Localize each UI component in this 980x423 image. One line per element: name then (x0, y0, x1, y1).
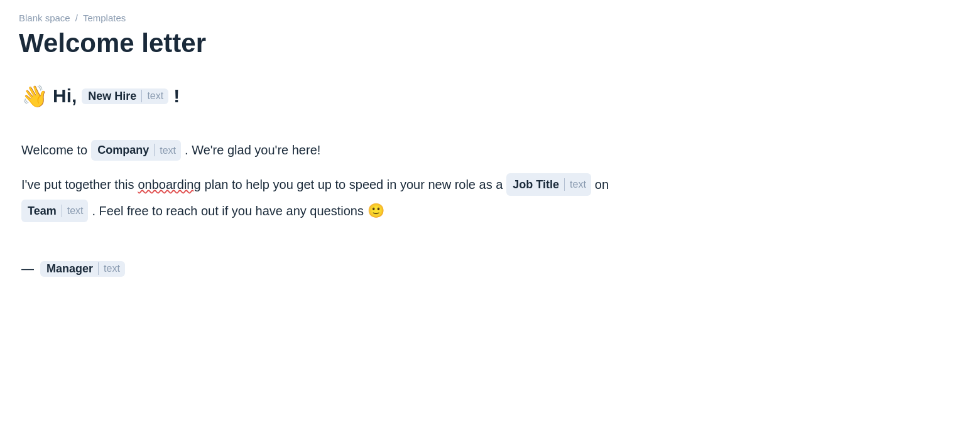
job-title-tag[interactable]: Job Title text (506, 173, 591, 196)
breadcrumb-parent[interactable]: Blank space (19, 13, 70, 23)
team-label: Team (28, 201, 57, 221)
signature-line: — Manager text (21, 261, 959, 277)
em-dash: — (21, 262, 34, 276)
manager-label: Manager (46, 262, 93, 276)
welcome-after-text: . We're glad you're here! (185, 140, 320, 160)
breadcrumb: Blank space / Templates (19, 13, 961, 23)
on-text: on (595, 173, 609, 196)
ive-put-text: I've put together this (21, 173, 134, 196)
paragraph2: I've put together this onboarding plan t… (21, 173, 959, 223)
team-type: text (67, 202, 89, 220)
tag-divider (154, 144, 155, 156)
feel-free-text: . Feel free to reach out if you have any… (92, 200, 363, 222)
paragraph1: Welcome to Company text . We're glad you… (21, 140, 959, 161)
smiley-emoji: 🙂 (368, 198, 384, 223)
company-tag[interactable]: Company text (91, 140, 181, 161)
hi-text: Hi, (53, 85, 77, 107)
company-type: text (160, 142, 181, 159)
wave-emoji: 👋 (21, 83, 48, 109)
breadcrumb-current[interactable]: Templates (83, 13, 126, 23)
team-tag[interactable]: Team text (21, 200, 88, 222)
onboarding-text: onboarding (138, 173, 200, 196)
breadcrumb-separator: / (75, 13, 78, 23)
tag-divider (98, 262, 99, 275)
page-title: Welcome letter (19, 28, 961, 58)
new-hire-label: New Hire (88, 90, 136, 103)
manager-tag[interactable]: Manager text (40, 261, 125, 277)
exclamation: ! (173, 85, 180, 107)
greeting-line: 👋 Hi, New Hire text ! (21, 83, 959, 109)
job-title-label: Job Title (513, 174, 559, 195)
tag-divider (141, 90, 142, 102)
manager-type: text (104, 263, 125, 274)
new-hire-tag[interactable]: New Hire text (82, 88, 168, 104)
welcome-to-text: Welcome to (21, 140, 87, 160)
plan-text: plan to help you get up to speed in your… (205, 173, 503, 196)
job-title-type: text (570, 176, 591, 194)
new-hire-type: text (147, 90, 168, 102)
tag-divider (62, 205, 62, 217)
tag-divider (564, 178, 565, 191)
company-label: Company (97, 141, 149, 159)
